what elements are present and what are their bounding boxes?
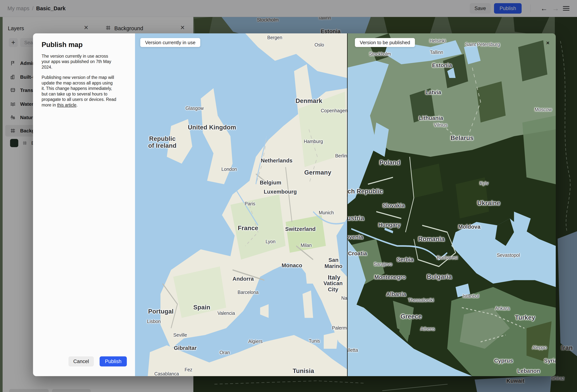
map-label-serbia: Serbia <box>397 257 413 263</box>
map-label-oslo: Oslo <box>314 42 324 47</box>
map-label-athens: Athens <box>420 326 435 331</box>
map-label-belgium: Belgium <box>260 179 281 185</box>
this-article-link[interactable]: this article <box>57 103 76 107</box>
map-label-poland: Poland <box>379 159 400 166</box>
map-label-latvia: Latvia <box>425 89 441 95</box>
map-label-moldova: Moldova <box>458 224 480 230</box>
new-version-badge: Version to be published <box>355 38 415 47</box>
light-map-labels: BergenOsloGlasgowUnited KingdomRepublic … <box>135 33 347 376</box>
map-label-estonia: Estonia <box>432 62 452 68</box>
map-label-syria: Syria <box>544 358 556 364</box>
map-label-helsinki: Helsinki <box>430 38 446 43</box>
map-label-naples: Naples <box>341 295 347 301</box>
map-label-aleppo: Aleppo <box>532 345 547 350</box>
map-label-munich: Munich <box>319 210 334 215</box>
map-label-moscow: Moscow <box>535 107 552 112</box>
publish-dialog: Publish map The version currently in use… <box>33 33 135 376</box>
map-label-vilnius: Vilnius <box>434 122 447 128</box>
map-label-kyiv: Kyiv <box>479 180 488 186</box>
map-label-vatican-city: Vatican City <box>323 280 343 292</box>
map-label-france: France <box>238 224 258 231</box>
map-label-tallinn: Tallinn <box>430 50 443 55</box>
map-label-monaco: Monaco <box>282 262 302 268</box>
map-label-denmark: Denmark <box>296 98 322 105</box>
map-label-copenhagen: Copenhagen <box>321 108 347 113</box>
publish-modal: Publish map The version currently in use… <box>33 33 556 376</box>
map-label-casablanca: Casablanca <box>154 371 179 376</box>
cancel-button[interactable]: Cancel <box>69 356 94 366</box>
map-label-luxembourg: Luxembourg <box>264 189 297 195</box>
map-label-istanbul: Istanbul <box>463 293 479 299</box>
map-version-current[interactable]: Version currently in use BergenOsloGlasg… <box>135 33 347 376</box>
map-label-bergen: Bergen <box>267 35 282 40</box>
map-label-lyon: Lyon <box>266 239 275 244</box>
map-label-bulgaria: Bulgaria <box>427 273 452 280</box>
map-label-montenegro: Montenegro <box>374 274 406 280</box>
map-label-bucharest: Bucharest <box>437 255 458 260</box>
map-label-hamburg: Hamburg <box>304 139 323 144</box>
map-label-palermo: Palermo <box>332 325 347 330</box>
map-label-glasgow: Glasgow <box>185 106 204 111</box>
dialog-paragraph-2: Publishing new version of the map will u… <box>42 75 116 108</box>
map-label-valencia: Valencia <box>217 311 235 316</box>
map-label-sevastopol: Sevastopol <box>497 252 520 258</box>
map-label-albania: Albania <box>386 291 406 297</box>
dark-map-labels: HelsinkiSaint PetersburgStockholmTallinn… <box>347 33 556 376</box>
dialog-paragraph-1: The version currently in use across your… <box>42 54 116 70</box>
publish-confirm-button[interactable]: Publish <box>100 356 127 366</box>
map-label-greece: Greece <box>400 313 422 320</box>
map-label-sarajevo: Sarajevo <box>374 261 392 267</box>
map-label-lisbon: Lisbon <box>147 319 161 324</box>
comparison-slider-divider[interactable] <box>347 33 348 376</box>
map-label-tunisia: Tunisia <box>293 368 314 374</box>
map-label-italy: Italy <box>328 274 341 281</box>
map-label-germany: Germany <box>304 169 331 176</box>
map-label-united-kingdom: United Kingdom <box>188 124 236 131</box>
map-label-fez: Fez <box>185 367 192 372</box>
map-label-croatia: Croatia <box>348 250 367 256</box>
map-label-lebanon: Lebanon <box>517 368 540 374</box>
map-label-cyprus: Cyprus <box>494 358 513 364</box>
map-label-lithuania: Lithuania <box>419 115 443 121</box>
map-label-paris: Paris <box>245 201 255 206</box>
map-label-ukraine: Ukraine <box>477 200 500 207</box>
map-label-berlin: Berlin <box>335 153 347 158</box>
map-label-london: London <box>221 167 237 172</box>
map-label-san-marino: San Marino <box>325 257 342 269</box>
map-label-austria: Austria <box>347 215 364 221</box>
map-label-hungary: Hungary <box>378 222 400 228</box>
map-label-slovakia: Slovakia <box>383 202 405 208</box>
map-editor-app: StockholmTallinnEstoniaIranShirazKuwait … <box>0 0 577 392</box>
dialog-title: Publish map <box>33 33 135 49</box>
map-label-seville: Seville <box>173 332 187 338</box>
map-label-oran: Oran <box>219 350 230 355</box>
map-label-valletta: Valletta <box>347 347 358 353</box>
map-label-switzerland: Switzerland <box>285 226 316 232</box>
map-label-spain: Spain <box>193 304 210 311</box>
map-label-barcelona: Barcelona <box>238 290 259 295</box>
map-label-slovenia: Slovenia <box>347 234 363 240</box>
map-label-turkey: Turkey <box>515 314 535 321</box>
map-label-gibraltar: Gibraltar <box>174 345 197 351</box>
map-label-portugal: Portugal <box>148 308 174 315</box>
map-label-tunis: Tunis <box>309 338 320 344</box>
map-label-milan: Milan <box>301 243 312 248</box>
map-version-new[interactable]: Version to be published HelsinkiSaint Pe… <box>347 33 556 376</box>
map-label--: × <box>546 40 550 46</box>
map-label-belarus: Belarus <box>451 135 473 141</box>
map-label-czech-republic: Czech Republic <box>347 188 383 195</box>
map-label-netherlands: Netherlands <box>261 158 293 164</box>
map-label-algiers: Algiers <box>249 339 263 344</box>
map-label-thessaloniki: Thessaloniki <box>408 297 434 303</box>
map-label-saint-petersburg: Saint Petersburg <box>465 42 500 47</box>
map-label-republic-of-ireland: Republic of Ireland <box>148 136 177 149</box>
map-label-andorra: Andorra <box>233 276 254 282</box>
map-label-romania: Romania <box>418 236 444 243</box>
map-label-ankara: Ankara <box>495 306 510 311</box>
map-label-stockholm: Stockholm <box>369 51 391 57</box>
current-version-badge: Version currently in use <box>140 38 200 47</box>
